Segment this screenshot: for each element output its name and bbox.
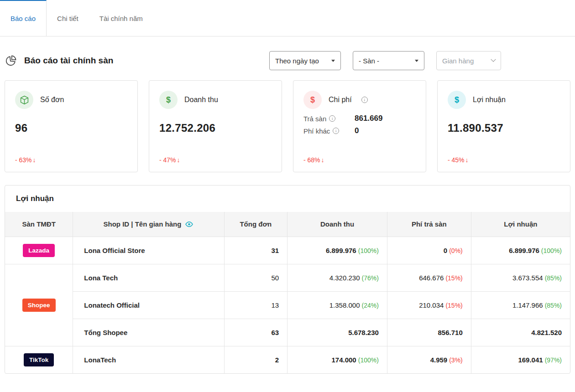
- profit-cell: 1.147.966(85%): [471, 291, 570, 319]
- table-row-shopee-total: Tổng Shopee 63 5.678.230 856.710 4.821.5…: [5, 319, 570, 346]
- card-profit-value: 11.890.537: [448, 122, 560, 134]
- tab-bao-cao[interactable]: Báo cáo: [0, 0, 47, 36]
- card-revenue-value: 12.752.206: [159, 122, 272, 134]
- down-arrow-icon: ↓: [465, 156, 469, 164]
- chevron-down-icon: [415, 60, 418, 62]
- dollar-glyph: $: [310, 95, 315, 105]
- page-title: Báo cáo tài chính sàn: [24, 56, 113, 66]
- date-type-select[interactable]: Theo ngày tạo: [269, 51, 341, 70]
- dollar-glyph: $: [166, 95, 171, 105]
- tab-tai-chinh-nam[interactable]: Tài chính năm: [89, 0, 153, 36]
- down-arrow-icon: ↓: [33, 156, 36, 164]
- shop-placeholder: Gian hàng: [442, 57, 474, 65]
- fee-platform-label: Trả sàn: [303, 115, 326, 123]
- fee-cell: 4.959(3%): [387, 346, 471, 373]
- eye-icon[interactable]: [185, 221, 193, 227]
- shop-name: Lonatech Official: [73, 291, 224, 319]
- tab-chi-tiet[interactable]: Chi tiết: [47, 0, 89, 36]
- tab-bar: Báo cáo Chi tiết Tài chính năm: [0, 0, 575, 36]
- card-profit-change: - 45%↓: [448, 156, 560, 164]
- stat-cards: Số đơn 96 - 63%↓ $ Doanh thu 12.752.206 …: [0, 80, 575, 172]
- pie-chart-icon: [5, 55, 17, 67]
- down-arrow-icon: ↓: [177, 156, 180, 164]
- fee-cell: 0(0%): [387, 237, 471, 264]
- change-value: - 63%: [15, 156, 32, 164]
- profit-cell: 6.899.976(100%): [471, 237, 570, 264]
- col-shop-label: Shop ID | Tên gian hàng: [103, 220, 181, 228]
- card-orders-value: 96: [15, 122, 127, 134]
- change-value: - 47%: [159, 156, 176, 164]
- card-orders: Số đơn 96 - 63%↓: [5, 80, 138, 172]
- fee-platform-value: 861.669: [355, 114, 382, 123]
- card-orders-change: - 63%↓: [15, 156, 127, 164]
- package-icon: [15, 91, 33, 109]
- table-row-shopee-1: Shopee Lona Tech 50 4.320.230(76%) 646.6…: [5, 264, 570, 291]
- fee-line-platform: Trả sàn i 861.669: [303, 114, 416, 123]
- orders-cell: 63: [224, 319, 288, 346]
- table-row-lazada: Lazada Lona Official Store 31 6.899.976(…: [5, 237, 570, 264]
- card-revenue: $ Doanh thu 12.752.206 - 47%↓: [149, 80, 282, 172]
- col-shop: Shop ID | Tên gian hàng: [73, 212, 224, 237]
- down-arrow-icon: ↓: [321, 156, 324, 164]
- shopee-badge: Shopee: [22, 299, 56, 312]
- revenue-cell: 5.678.230: [288, 319, 387, 346]
- fee-other-label: Phí khác: [303, 127, 330, 135]
- table-row-shopee-2: Lonatech Official 13 1.358.000(24%) 210.…: [5, 291, 570, 319]
- orders-cell: 31: [224, 237, 288, 264]
- shop-name: Lona Tech: [73, 264, 224, 291]
- orders-cell: 2: [224, 346, 288, 373]
- card-costs-change: - 68%↓: [303, 156, 416, 164]
- card-profit-label: Lợi nhuận: [473, 96, 506, 104]
- info-icon[interactable]: i: [361, 97, 368, 103]
- col-profit: Lợi nhuận: [471, 212, 570, 237]
- profit-cell: 3.673.554(85%): [471, 264, 570, 291]
- change-value: - 68%: [303, 156, 320, 164]
- chevron-down-icon: [331, 60, 335, 62]
- card-profit: $ Lợi nhuận 11.890.537 - 45%↓: [437, 80, 570, 172]
- shop-name: Tổng Shopee: [73, 319, 224, 346]
- tiktok-badge: TikTok: [24, 353, 54, 366]
- orders-cell: 13: [224, 291, 288, 319]
- dollar-glyph: $: [455, 95, 459, 105]
- fee-cell: 210.034(15%): [387, 291, 471, 319]
- col-revenue: Doanh thu: [288, 212, 387, 237]
- profit-cell: 169.041(97%): [471, 346, 570, 373]
- profit-table: Sàn TMĐT Shop ID | Tên gian hàng Tổng đơ…: [5, 212, 570, 373]
- col-fee: Phí trả sàn: [387, 212, 471, 237]
- fee-line-other: Phí khác i 0: [303, 126, 416, 135]
- revenue-cell: 4.320.230(76%): [288, 264, 387, 291]
- table-row-tiktok: TikTok LonaTech 2 174.000(100%) 4.959(3%…: [5, 346, 570, 373]
- platform-select[interactable]: - Sàn -: [353, 51, 424, 70]
- card-orders-label: Số đơn: [40, 96, 64, 104]
- chevron-down-icon: [491, 57, 496, 62]
- shop-name: LonaTech: [73, 346, 224, 373]
- table-header-row: Sàn TMĐT Shop ID | Tên gian hàng Tổng đơ…: [5, 212, 570, 237]
- revenue-cell: 174.000(100%): [288, 346, 387, 373]
- orders-cell: 50: [224, 264, 288, 291]
- dollar-icon: $: [448, 91, 466, 109]
- card-revenue-label: Doanh thu: [184, 96, 218, 104]
- revenue-cell: 1.358.000(24%): [288, 291, 387, 319]
- fee-cell: 856.710: [387, 319, 471, 346]
- card-costs-label: Chi phí: [329, 96, 352, 104]
- card-costs: $ Chi phí i Trả sàn i 861.669 Phí khác i…: [293, 80, 426, 172]
- report-header: Báo cáo tài chính sàn Theo ngày tạo - Sà…: [0, 36, 575, 80]
- change-value: - 45%: [448, 156, 465, 164]
- lazada-badge: Lazada: [23, 244, 55, 257]
- fee-cell: 646.676(15%): [387, 264, 471, 291]
- date-type-value: Theo ngày tạo: [275, 57, 319, 65]
- profit-cell: 4.821.520: [471, 319, 570, 346]
- info-icon[interactable]: i: [333, 128, 339, 134]
- shop-name: Lona Official Store: [73, 237, 224, 264]
- col-platform: Sàn TMĐT: [5, 212, 73, 237]
- card-revenue-change: - 47%↓: [159, 156, 272, 164]
- shop-select[interactable]: Gian hàng: [436, 51, 501, 70]
- info-icon[interactable]: i: [329, 115, 335, 122]
- platform-value: - Sàn -: [359, 57, 379, 65]
- profit-table-card: Lợi nhuận Sàn TMĐT Shop ID | Tên gian hà…: [5, 185, 570, 374]
- filter-bar: Theo ngày tạo - Sàn - Gian hàng: [269, 51, 501, 70]
- dollar-icon: $: [303, 91, 322, 109]
- fee-other-value: 0: [355, 126, 359, 135]
- profit-table-title: Lợi nhuận: [5, 186, 570, 212]
- dollar-icon: $: [159, 91, 178, 109]
